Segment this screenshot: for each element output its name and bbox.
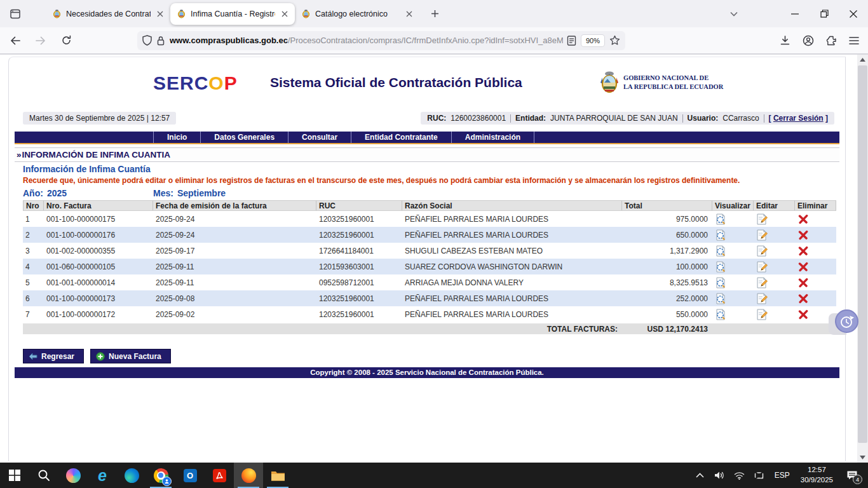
cell-total: 650.0000 — [622, 231, 712, 240]
table-row: 7 001-100-000000172 2025-09-02 120325196… — [23, 306, 836, 322]
visualizar-button[interactable] — [712, 261, 754, 273]
back-button[interactable] — [5, 30, 25, 51]
list-all-tabs-icon[interactable] — [723, 3, 745, 25]
new-tab-button[interactable] — [426, 5, 444, 23]
hamburger-menu-icon[interactable] — [849, 36, 859, 45]
internet-explorer-icon[interactable]: e — [88, 463, 117, 488]
scroll-down-arrow[interactable] — [857, 452, 868, 463]
forward-button[interactable] — [31, 30, 51, 51]
minimize-button[interactable] — [780, 0, 810, 27]
sercop-page: SERCOP Sistema Oficial de Contratación P… — [8, 57, 846, 461]
cell-total: 550.0000 — [622, 310, 712, 319]
reader-view-icon[interactable] — [567, 36, 576, 46]
cell-factura: 001-060-000000105 — [44, 262, 153, 271]
download-icon[interactable] — [780, 35, 790, 46]
search-button[interactable] — [29, 463, 58, 488]
visualizar-button[interactable] — [712, 309, 754, 320]
nav-item-datos-generales[interactable]: Datos Generales — [201, 132, 288, 143]
logout-link[interactable]: [ Cerrar Sesión ] — [769, 114, 828, 123]
firefox-icon[interactable] — [234, 463, 263, 488]
logout-bracket: [ — [769, 114, 771, 123]
sercop-logo-o: O — [208, 72, 224, 93]
clock-time: 12:57 — [801, 465, 833, 475]
eliminar-button[interactable] — [795, 277, 836, 288]
logout-text[interactable]: Cerrar Sesión — [773, 114, 824, 123]
scrollbar-thumb[interactable] — [858, 65, 867, 443]
language-indicator[interactable]: ESP — [772, 471, 792, 480]
tab-close-icon[interactable] — [280, 9, 290, 19]
breadcrumb-marker: » — [17, 150, 22, 159]
main-navigation: Inicio Datos Generales Consultar Entidad… — [15, 132, 839, 144]
extension-clock-badge[interactable] — [835, 309, 858, 333]
eliminar-button[interactable] — [795, 293, 836, 304]
url-text: www.compraspublicas.gob.ec/ProcesoContra… — [170, 36, 563, 45]
clock[interactable]: 12:57 30/9/2025 — [798, 465, 836, 485]
start-button[interactable] — [0, 463, 29, 488]
visualizar-button[interactable] — [712, 229, 754, 241]
eliminar-button[interactable] — [795, 245, 836, 257]
padlock-icon[interactable] — [156, 36, 165, 46]
acrobat-icon[interactable] — [205, 463, 234, 488]
extensions-puzzle-icon[interactable] — [826, 35, 837, 46]
page-header: SERCOP Sistema Oficial de Contratación P… — [15, 57, 839, 112]
tab-close-icon[interactable] — [155, 9, 165, 19]
url-bar[interactable]: www.compraspublicas.gob.ec/ProcesoContra… — [137, 31, 625, 50]
tab-infima-cuantia[interactable]: Infima Cuantía - Registro — [170, 3, 295, 25]
bookmark-star-icon[interactable] — [609, 35, 620, 46]
visualizar-button[interactable] — [712, 245, 754, 257]
logout-bracket: ] — [825, 114, 828, 123]
breadcrumb: »INFORMACIÓN DE INFIMA CUANTIA — [15, 147, 839, 162]
tray-chevron-up-icon[interactable] — [693, 466, 707, 484]
editar-button[interactable] — [754, 293, 795, 304]
editar-button[interactable] — [754, 214, 795, 225]
year-value: 2025 — [47, 188, 67, 198]
tab-close-icon[interactable] — [404, 9, 414, 19]
scroll-up-arrow[interactable] — [857, 55, 868, 65]
gov-text-line2: LA REPUBLICA DEL ECUADOR — [623, 83, 723, 92]
col-header-editar: Editar — [754, 201, 795, 210]
breadcrumb-text: INFORMACIÓN DE INFIMA CUANTIA — [22, 150, 170, 159]
editar-button[interactable] — [754, 261, 795, 273]
zoom-level-chip[interactable]: 90% — [581, 35, 604, 46]
eliminar-button[interactable] — [795, 229, 836, 241]
copilot-icon[interactable] — [58, 463, 88, 488]
editar-button[interactable] — [754, 309, 795, 320]
visualizar-button[interactable] — [712, 214, 754, 225]
tab-catalogo[interactable]: Catálogo electrónico — [295, 3, 419, 25]
eliminar-button[interactable] — [795, 214, 836, 225]
tab-necesidades[interactable]: Necesidades de Contratación y — [46, 3, 170, 25]
outlook-icon[interactable]: O — [175, 463, 205, 488]
cell-total: 100.0000 — [622, 262, 712, 271]
visualizar-button[interactable] — [712, 277, 754, 288]
ruc-label: RUC: — [427, 114, 446, 123]
nav-item-inicio[interactable]: Inicio — [153, 132, 201, 143]
eliminar-button[interactable] — [795, 261, 836, 273]
notification-center-icon[interactable]: 4 — [841, 466, 863, 484]
editar-button[interactable] — [754, 229, 795, 241]
chrome-icon[interactable] — [146, 463, 175, 488]
nav-item-entidad-contratante[interactable]: Entidad Contratante — [351, 132, 452, 143]
editar-button[interactable] — [754, 245, 795, 257]
cell-ruc: 1203251960001 — [316, 310, 402, 319]
cell-fecha: 2025-09-11 — [153, 278, 316, 287]
close-window-button[interactable] — [839, 0, 868, 27]
connect-display-icon[interactable] — [752, 466, 766, 484]
vertical-scrollbar[interactable] — [857, 55, 868, 463]
file-explorer-icon[interactable] — [263, 463, 292, 488]
firefox-view-icon[interactable] — [6, 5, 24, 23]
nueva-factura-button[interactable]: Nueva Factura — [90, 349, 171, 363]
editar-button[interactable] — [754, 277, 795, 288]
regresar-button[interactable]: Regresar — [23, 349, 84, 363]
wifi-icon[interactable] — [733, 466, 747, 484]
year-label-text: Año: — [23, 188, 43, 198]
volume-icon[interactable] — [713, 466, 727, 484]
visualizar-button[interactable] — [712, 293, 754, 304]
restore-button[interactable] — [810, 0, 839, 27]
reload-button[interactable] — [56, 30, 76, 51]
table-header-row: Nro Nro. Factura Fecha de emisión de la … — [23, 200, 836, 211]
account-icon[interactable] — [803, 35, 814, 46]
tracking-protection-shield-icon[interactable] — [142, 35, 152, 46]
nav-item-consultar[interactable]: Consultar — [288, 132, 351, 143]
nav-item-administracion[interactable]: Administración — [452, 132, 534, 143]
edge-icon[interactable] — [117, 463, 146, 488]
